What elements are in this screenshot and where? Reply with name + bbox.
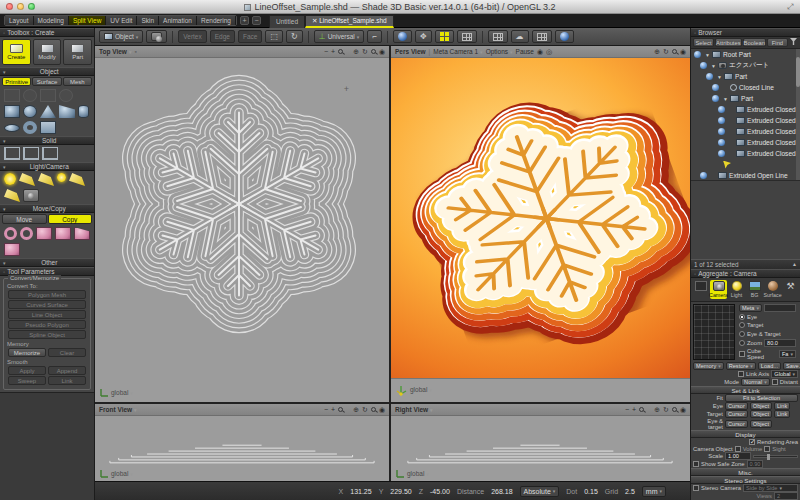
shade-toggle-icon[interactable]: ◎ — [546, 48, 552, 55]
tree-row-extruded-closed[interactable]: Extruded Closed — [691, 115, 800, 126]
part-mode-button[interactable]: Part — [63, 39, 92, 65]
doc-tab-untitled[interactable]: Untitled — [269, 15, 305, 28]
unit-dropdown[interactable]: mm — [642, 486, 666, 497]
front-viewport[interactable]: Front View − + ⊕ ↻ ◉ global — [95, 404, 389, 481]
visibility-toggle[interactable] — [718, 106, 725, 113]
pers-focus-icon[interactable]: ◉ — [680, 48, 686, 55]
browser-tab-boolean[interactable]: Boolean — [743, 38, 766, 47]
stereo-mode-dropdown[interactable]: Side by Side — [743, 484, 798, 492]
keyboard-panel-button[interactable] — [488, 30, 508, 43]
translate-tool-icon[interactable] — [4, 227, 17, 240]
render-preview-button[interactable] — [555, 30, 574, 43]
light-camera-section-header[interactable]: Light/Camera — [0, 162, 94, 171]
tree-row-extruded-open-line[interactable]: Extruded Open Line — [691, 170, 800, 181]
copy-tab[interactable]: Copy — [48, 214, 93, 224]
tree-row-extruded-closed[interactable]: Extruded Closed — [691, 104, 800, 115]
cone-icon[interactable] — [40, 105, 56, 118]
front-zoom-icon[interactable] — [371, 407, 376, 412]
cube-speed-checkbox[interactable] — [739, 351, 745, 357]
eye-cursor-button[interactable]: Cursor — [725, 402, 748, 410]
convert-spline-object-button[interactable]: Spline Object — [8, 330, 86, 339]
object-mode-button[interactable]: Object — [99, 30, 143, 43]
aggregate-tab-browser[interactable] — [692, 280, 709, 299]
face-mode-button[interactable]: Face — [238, 30, 262, 43]
fullscreen-icon[interactable]: ⤢ — [787, 3, 795, 11]
right-magnifier-icon[interactable] — [639, 407, 644, 412]
right-zoom-in[interactable]: + — [632, 406, 636, 413]
distant-checkbox[interactable] — [772, 379, 778, 385]
right-focus-icon[interactable]: ◉ — [680, 406, 686, 413]
scale-tool-icon[interactable] — [36, 227, 52, 240]
memorize-button[interactable]: Memorize — [8, 348, 46, 357]
snap-button[interactable]: ✥ — [415, 30, 432, 43]
aggregate-tab-camera[interactable]: Camera — [710, 280, 727, 299]
top-view-label[interactable]: Top View — [99, 48, 131, 55]
eye-radio[interactable] — [739, 314, 745, 320]
zoom-out-button[interactable]: − — [324, 48, 328, 55]
shear-tool-icon[interactable] — [4, 243, 20, 256]
doc-tab-lineoffset-sample[interactable]: ✕ LineOffset_Sample.shd — [305, 15, 394, 28]
point-light-icon[interactable] — [57, 173, 66, 182]
zoom-field[interactable]: 80.0 — [764, 339, 796, 347]
browser-header[interactable]: Browser — [691, 28, 800, 37]
grid-snap-button[interactable] — [435, 30, 454, 43]
coordinate-mode-dropdown[interactable]: Absolute — [520, 486, 560, 497]
other-section-header[interactable]: Other — [0, 258, 94, 267]
tree-row-root-part[interactable]: ▼Root Part — [691, 49, 800, 60]
scale-slider[interactable] — [753, 455, 798, 458]
object-section-header[interactable]: Object — [0, 67, 94, 76]
front-axis-label[interactable]: global — [99, 468, 133, 478]
zoom-in-button[interactable]: + — [331, 48, 335, 55]
front-view-label[interactable]: Front View — [99, 406, 137, 413]
spotlight-icon[interactable] — [19, 173, 35, 186]
solid-revolve-icon[interactable] — [42, 147, 58, 160]
rendering-area-checkbox[interactable] — [749, 439, 755, 445]
surface-tab[interactable]: Surface — [32, 77, 61, 86]
tab-rendering[interactable]: Rendering — [197, 16, 236, 25]
right-axis-label[interactable]: global — [395, 468, 429, 478]
table-panel-button[interactable] — [532, 30, 552, 43]
disc-icon[interactable] — [4, 124, 20, 132]
solid-box-icon[interactable] — [4, 147, 20, 160]
pers-axis-label[interactable]: global — [395, 383, 432, 396]
universal-manipulator-button[interactable]: ⊥Universal — [314, 30, 365, 43]
load-button[interactable]: Load... — [758, 362, 781, 370]
visibility-toggle[interactable] — [712, 95, 719, 102]
right-view-label[interactable]: Right View — [395, 406, 433, 413]
front-zoom-in[interactable]: + — [331, 406, 335, 413]
target-link-button[interactable]: Link — [774, 410, 790, 418]
magnifier-icon[interactable] — [338, 49, 343, 54]
rounded-cube-icon[interactable] — [4, 105, 20, 118]
target-cursor-button[interactable]: Cursor — [725, 410, 748, 418]
solid-sweep-icon[interactable] — [23, 147, 39, 160]
tree-row-extruded-closed[interactable]: Extruded Closed — [691, 148, 800, 159]
wedge-icon[interactable] — [59, 105, 75, 118]
link-button[interactable]: Link — [48, 376, 86, 385]
visibility-toggle[interactable] — [700, 172, 707, 179]
pers-view-label[interactable]: Pers View — [395, 48, 426, 55]
front-pan-icon[interactable]: ⊕ — [353, 406, 359, 413]
right-zoom-out[interactable]: − — [625, 406, 629, 413]
restore-button[interactable]: Restore — [726, 362, 756, 370]
modify-mode-button[interactable]: Modify — [33, 39, 62, 65]
mirror-tool-icon[interactable] — [74, 227, 90, 240]
convert-line-object-button[interactable]: Line Object — [8, 310, 86, 319]
save-button[interactable]: Save... — [783, 362, 800, 370]
meta-field[interactable] — [764, 304, 796, 312]
top-viewport[interactable]: Top View ◦ − + ⊕ ↻ ◉ — [95, 46, 389, 402]
stack-copy-tool-icon[interactable] — [55, 227, 71, 240]
target-radio[interactable] — [739, 322, 745, 328]
world-button[interactable] — [393, 30, 412, 43]
link-axis-value[interactable]: Global — [771, 370, 798, 378]
front-focus-icon[interactable]: ◉ — [379, 406, 385, 413]
tree-row-part-2[interactable]: ▼Part — [691, 93, 800, 104]
measure-tool-button[interactable]: ⌐ — [367, 30, 382, 43]
create-mode-button[interactable]: Create — [2, 39, 31, 65]
pers-zoom-icon[interactable] — [672, 49, 677, 54]
tree-row-closed-line[interactable]: Closed Line — [691, 82, 800, 93]
visibility-toggle[interactable] — [718, 128, 725, 135]
eye-target-cursor-button[interactable]: Cursor — [725, 420, 748, 428]
edge-mode-button[interactable]: Edge — [210, 30, 235, 43]
right-zoom-icon[interactable] — [672, 407, 677, 412]
rect-tool-icon[interactable] — [40, 89, 56, 102]
